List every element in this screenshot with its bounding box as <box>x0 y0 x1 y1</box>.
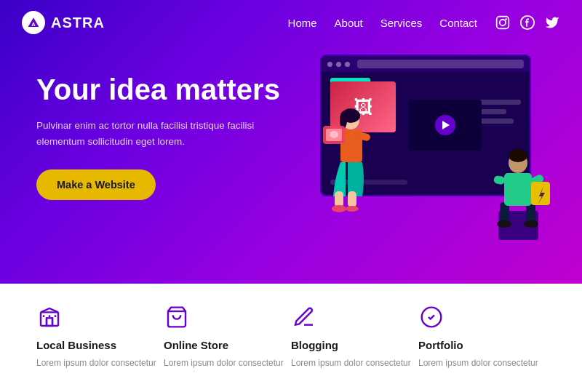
local-business-icon <box>36 304 63 330</box>
hero-title: Your idea matters <box>36 73 284 106</box>
svg-rect-16 <box>348 191 356 207</box>
blogging-title: Blogging <box>291 339 418 351</box>
browser-bar <box>322 56 530 72</box>
svg-point-18 <box>346 206 359 212</box>
browser-url-bar <box>357 60 524 68</box>
nav-about[interactable]: About <box>335 17 363 29</box>
svg-point-17 <box>332 205 346 212</box>
svg-point-3 <box>500 20 506 25</box>
instagram-icon[interactable] <box>495 15 511 31</box>
svg-point-14 <box>330 131 338 138</box>
svg-point-22 <box>497 220 511 228</box>
online-store-title: Online Store <box>164 339 291 351</box>
online-store-desc: Lorem ipsum dolor consectetur <box>164 357 291 369</box>
header: A ASTRA Home About Services Contact <box>0 0 582 45</box>
svg-rect-27 <box>493 175 506 185</box>
browser-dot-2 <box>336 62 341 67</box>
svg-text:A: A <box>31 21 36 28</box>
cta-button[interactable]: Make a Website <box>36 169 156 200</box>
features-section: Local Business Lorem ipsum dolor consect… <box>0 284 582 392</box>
feature-local-business: Local Business Lorem ipsum dolor consect… <box>36 304 164 369</box>
svg-rect-31 <box>41 312 58 326</box>
blogging-icon <box>291 304 317 330</box>
social-icons <box>495 15 560 31</box>
svg-rect-2 <box>497 17 509 29</box>
feature-online-store: Online Store Lorem ipsum dolor consectet… <box>164 304 291 369</box>
svg-rect-15 <box>335 191 343 207</box>
local-business-desc: Lorem ipsum dolor consectetur <box>36 357 164 369</box>
brand-name: ASTRA <box>51 15 105 31</box>
portfolio-desc: Lorem ipsum dolor consectetur <box>418 357 546 369</box>
svg-point-26 <box>509 149 527 162</box>
logo-area: A ASTRA <box>22 11 105 34</box>
svg-point-4 <box>505 18 507 20</box>
browser-dot-3 <box>345 62 350 67</box>
play-triangle-icon <box>442 121 450 129</box>
person-woman <box>313 105 378 222</box>
nav-area: Home About Services Contact <box>288 15 560 31</box>
nav-home[interactable]: Home <box>288 17 317 29</box>
feature-blogging: Blogging Lorem ipsum dolor consectetur <box>291 304 418 369</box>
person-man <box>484 145 553 247</box>
online-store-icon <box>164 304 190 330</box>
play-button <box>435 115 455 135</box>
local-business-title: Local Business <box>36 339 164 351</box>
twitter-icon[interactable] <box>544 15 560 31</box>
browser-video <box>409 100 482 151</box>
svg-point-23 <box>524 220 538 228</box>
portfolio-icon <box>418 304 445 330</box>
hero-illustration: 🖼 <box>313 40 553 258</box>
browser-dot-1 <box>327 62 332 67</box>
feature-portfolio: Portfolio Lorem ipsum dolor consectetur <box>418 304 546 369</box>
logo-icon: A <box>22 11 45 34</box>
blogging-desc: Lorem ipsum dolor consectetur <box>291 357 418 369</box>
facebook-icon[interactable] <box>519 15 535 31</box>
svg-rect-24 <box>504 173 532 206</box>
nav-contact[interactable]: Contact <box>439 17 477 29</box>
hero-content: Your idea matters Pulvinar enim ac torto… <box>36 73 284 200</box>
nav-services[interactable]: Services <box>380 17 423 29</box>
portfolio-title: Portfolio <box>418 339 546 351</box>
svg-rect-34 <box>47 318 52 326</box>
hero-subtitle: Pulvinar enim ac tortor nulla facilisi t… <box>36 118 284 149</box>
